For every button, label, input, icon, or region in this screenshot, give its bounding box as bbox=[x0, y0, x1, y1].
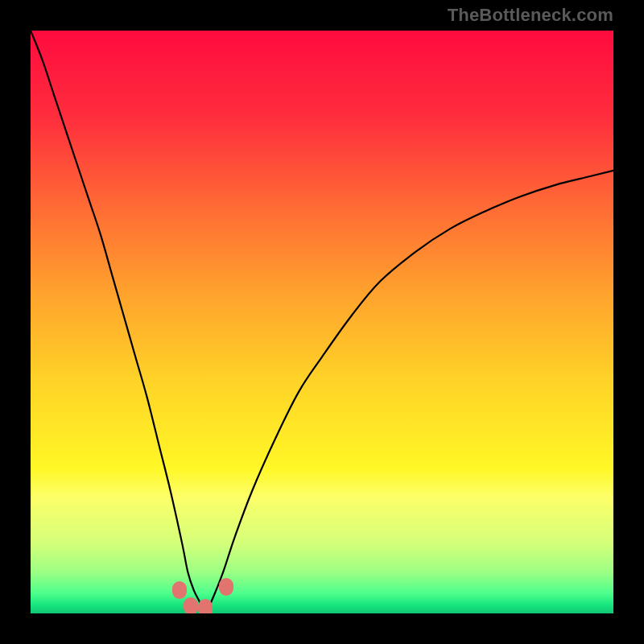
trough-marker bbox=[172, 581, 187, 599]
trough-marker bbox=[184, 597, 198, 613]
chart-frame: TheBottleneck.com bbox=[0, 0, 644, 644]
watermark-text: TheBottleneck.com bbox=[448, 5, 613, 26]
trough-marker bbox=[219, 578, 233, 596]
plot-area bbox=[31, 31, 613, 613]
bottleneck-curve bbox=[31, 31, 613, 613]
trough-marker bbox=[198, 599, 213, 613]
